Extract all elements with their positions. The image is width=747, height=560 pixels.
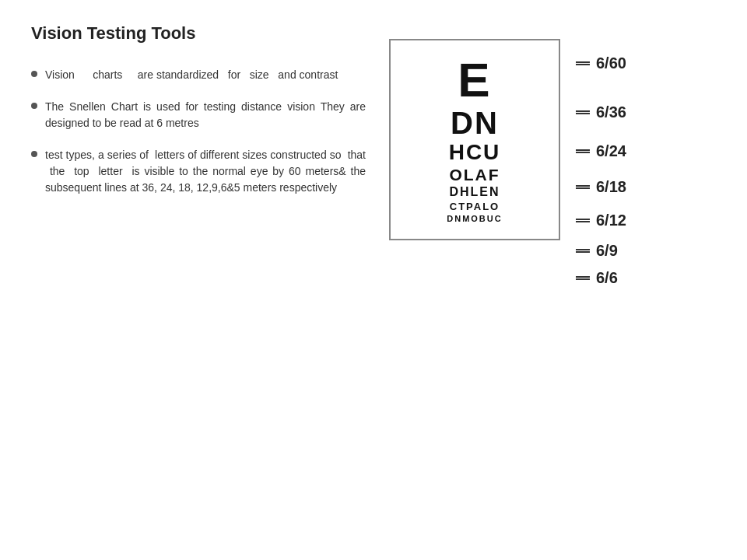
scale-lines-icon: [576, 61, 590, 65]
list-item: Vision charts are standardized for size …: [31, 67, 366, 83]
scale-value: 6/6: [596, 269, 618, 287]
scale-value: 6/12: [596, 212, 626, 229]
scale-labels: 6/60 6/36 6/24: [576, 39, 626, 287]
scale-item-6: 6/9: [576, 242, 626, 260]
scale-value: 6/60: [596, 54, 626, 72]
scale-value: 6/9: [596, 242, 618, 260]
chart-row-3: HCU: [449, 142, 501, 163]
chart-row-2: DN: [451, 107, 499, 138]
chart-row-6: CTPALO: [450, 201, 500, 212]
scale-lines-icon: [576, 110, 590, 114]
page-title: Vision Testing Tools: [31, 23, 366, 44]
bullet-text: The Snellen Chart is used for testing di…: [45, 99, 366, 131]
list-item: The Snellen Chart is used for testing di…: [31, 99, 366, 131]
scale-item-7: 6/6: [576, 269, 626, 287]
bullet-dot: [31, 71, 37, 77]
right-panel: E DN HCU OLAF DHLEN CTPALO DNMOBUC 6/60: [389, 23, 626, 537]
bullet-text: test types, a series of letters of diffe…: [45, 147, 366, 196]
chart-row-1: E: [458, 56, 491, 104]
scale-lines-icon: [576, 149, 590, 153]
scale-value: 6/24: [596, 142, 626, 160]
scale-value: 6/18: [596, 178, 626, 196]
bullet-text: Vision charts are standardized for size …: [45, 67, 366, 83]
chart-row-7: DNMOBUC: [447, 215, 502, 223]
eye-chart: E DN HCU OLAF DHLEN CTPALO DNMOBUC: [389, 39, 560, 240]
bullet-list: Vision charts are standardized for size …: [31, 67, 366, 196]
scale-item-2: 6/36: [576, 103, 626, 121]
scale-lines-icon: [576, 185, 590, 189]
page-container: Vision Testing Tools Vision charts are s…: [0, 0, 747, 560]
scale-item-4: 6/18: [576, 178, 626, 196]
scale-lines-icon: [576, 219, 590, 222]
scale-item-5: 6/12: [576, 212, 626, 229]
chart-row-4: OLAF: [449, 166, 500, 183]
bullet-dot: [31, 103, 37, 109]
scale-lines-icon: [576, 249, 590, 253]
list-item: test types, a series of letters of diffe…: [31, 147, 366, 196]
chart-row-5: DHLEN: [449, 186, 500, 198]
scale-lines-icon: [576, 276, 590, 280]
bullet-dot: [31, 151, 37, 157]
scale-item-1: 6/60: [576, 54, 626, 72]
left-panel: Vision Testing Tools Vision charts are s…: [31, 23, 366, 537]
scale-item-3: 6/24: [576, 142, 626, 160]
scale-value: 6/36: [596, 103, 626, 121]
